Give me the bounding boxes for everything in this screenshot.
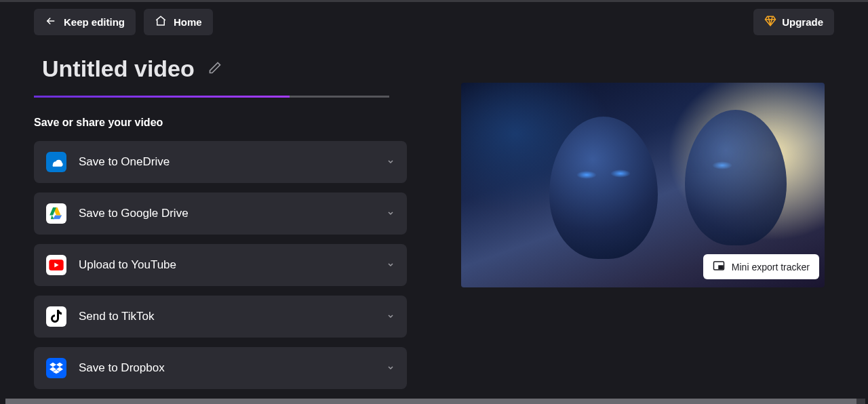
option-onedrive[interactable]: Save to OneDrive [34,141,407,183]
pencil-icon [208,66,222,77]
option-gdrive[interactable]: Save to Google Drive [34,193,407,235]
tracker-label: Mini export tracker [732,262,810,272]
topbar: Keep editing Home Upgrade [0,2,868,42]
preview-art [685,110,787,245]
horizontal-scrollbar-thumb[interactable] [5,399,856,404]
option-dropbox[interactable]: Save to Dropbox [34,347,407,389]
upgrade-button[interactable]: Upgrade [753,9,834,35]
arrow-left-icon [45,15,57,29]
main: Untitled video Save or share your video … [0,42,868,403]
video-preview: Mini export tracker [461,83,825,287]
home-icon [155,15,167,29]
share-scroll-area: Save or share your video Save to OneDriv… [34,117,420,404]
diamond-icon [764,15,776,29]
keep-editing-button[interactable]: Keep editing [34,9,136,35]
preview-art [549,117,658,259]
option-tiktok[interactable]: Send to TikTok [34,296,407,338]
option-label: Save to OneDrive [79,155,387,169]
chevron-down-icon [387,362,395,374]
tiktok-icon [46,306,66,327]
left-panel: Untitled video Save or share your video … [34,42,420,403]
horizontal-scrollbar[interactable] [5,399,865,404]
title-row: Untitled video [34,56,420,82]
gdrive-icon [46,203,66,224]
home-label: Home [174,16,202,28]
share-option-list: Save to OneDrive Save to Google Drive Up… [34,141,407,404]
option-label: Save to Google Drive [79,207,387,220]
chevron-down-icon [387,310,395,323]
dropbox-icon [46,358,66,378]
edit-title-button[interactable] [208,61,222,77]
chevron-down-icon [387,207,395,220]
mini-export-tracker-button[interactable]: Mini export tracker [703,254,819,279]
upgrade-label: Upgrade [782,16,823,28]
option-label: Save to Dropbox [79,361,387,375]
progress-bar [34,96,389,98]
home-button[interactable]: Home [144,9,213,35]
right-panel: Mini export tracker [461,42,825,403]
progress-fill [34,96,290,98]
svg-rect-2 [719,266,723,269]
option-label: Upload to YouTube [79,258,387,272]
chevron-down-icon [387,156,395,168]
chevron-down-icon [387,259,395,271]
pip-icon [713,260,725,274]
option-label: Send to TikTok [79,310,387,323]
option-youtube[interactable]: Upload to YouTube [34,244,407,286]
keep-editing-label: Keep editing [64,16,125,28]
video-title: Untitled video [42,56,195,82]
youtube-icon [46,255,66,275]
topbar-left: Keep editing Home [34,9,213,35]
onedrive-icon [46,152,66,172]
section-title: Save or share your video [34,117,420,129]
